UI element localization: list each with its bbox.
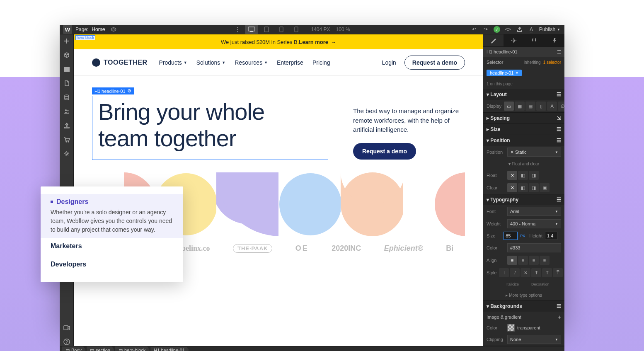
nav-enterprise[interactable]: Enterprise bbox=[277, 59, 303, 66]
clipping-select[interactable]: None▼ bbox=[507, 335, 561, 344]
popup-item-developers[interactable]: Developers bbox=[41, 257, 183, 275]
webflow-logo[interactable]: W bbox=[63, 25, 72, 34]
device-mobile-icon[interactable] bbox=[290, 25, 303, 34]
display-inline-block-icon[interactable]: ▯ bbox=[536, 102, 546, 111]
clear-right-icon[interactable]: ◨ bbox=[529, 183, 539, 192]
popup-item-marketers[interactable]: Marketers bbox=[41, 238, 183, 257]
code-icon[interactable]: <> bbox=[504, 26, 512, 33]
settings-icon[interactable] bbox=[63, 150, 71, 158]
announce-link[interactable]: Learn more bbox=[299, 39, 328, 45]
popup-desc: Whether you're a solo designer or an age… bbox=[51, 208, 173, 234]
align-justify-icon[interactable]: ≡ bbox=[540, 256, 550, 265]
clear-both-icon[interactable]: ▣ bbox=[540, 183, 550, 192]
page-name[interactable]: Home bbox=[92, 27, 105, 32]
users-icon[interactable] bbox=[63, 107, 71, 116]
video-icon[interactable] bbox=[63, 324, 71, 332]
section-backgrounds[interactable]: ▾ Backgrounds☰ bbox=[483, 301, 564, 312]
login-link[interactable]: Login bbox=[382, 59, 396, 66]
display-grid-icon[interactable]: ▤ bbox=[525, 102, 535, 111]
device-tablet-icon[interactable] bbox=[260, 25, 273, 34]
bg-color-swatch[interactable] bbox=[507, 324, 515, 332]
style-italic-icon[interactable]: I bbox=[510, 268, 520, 277]
request-demo-button[interactable]: Request a demo bbox=[404, 56, 465, 70]
more-icon[interactable] bbox=[237, 27, 238, 32]
section-size[interactable]: ▸ Size☰ bbox=[483, 124, 564, 135]
selector-chip[interactable]: headline-01▼ bbox=[487, 70, 522, 76]
panel-tab-settings[interactable] bbox=[504, 34, 524, 46]
font-select[interactable]: Arial▼ bbox=[507, 207, 561, 216]
decoration-none-icon[interactable]: ✕ bbox=[521, 268, 530, 277]
float-left-icon[interactable]: ◧ bbox=[518, 171, 528, 180]
float-clear-toggle[interactable]: ▾ Float and clear bbox=[508, 162, 539, 166]
inherit-count[interactable]: 1 selector bbox=[543, 60, 561, 65]
display-flex-icon[interactable]: ▦ bbox=[515, 102, 525, 111]
collapse-icon[interactable]: ☰ bbox=[557, 49, 561, 55]
decoration-strike-icon[interactable]: T bbox=[531, 268, 541, 277]
text-color-input[interactable]: #333 bbox=[507, 243, 561, 252]
nav-resources[interactable]: Resources▼ bbox=[235, 59, 268, 66]
display-block-icon[interactable]: ▭ bbox=[504, 102, 514, 111]
section-spacing[interactable]: ▸ Spacing⇲ bbox=[483, 113, 564, 123]
add-image-icon[interactable]: + bbox=[558, 314, 561, 320]
section-typography[interactable]: ▾ Typography☰ bbox=[483, 194, 564, 205]
site-nav: TOOGETHER Products▼ Solutions▼ Resources… bbox=[74, 49, 483, 76]
preview-icon[interactable] bbox=[111, 27, 116, 32]
clear-left-icon[interactable]: ◧ bbox=[518, 183, 528, 192]
float-none-icon[interactable]: ✕ bbox=[507, 171, 517, 180]
help-icon[interactable]: ? bbox=[63, 338, 71, 346]
align-right-icon[interactable]: ≡ bbox=[529, 256, 539, 265]
float-right-icon[interactable]: ◨ bbox=[529, 171, 539, 180]
font-size-unit[interactable]: PX bbox=[520, 234, 525, 238]
nav-pricing[interactable]: Pricing bbox=[312, 59, 330, 66]
line-height-input[interactable] bbox=[545, 232, 557, 240]
panel-tab-style[interactable] bbox=[483, 34, 504, 46]
ecommerce-icon[interactable] bbox=[63, 136, 71, 144]
nav-products[interactable]: Products▼ bbox=[159, 59, 187, 66]
text-color-label: Color bbox=[487, 245, 505, 250]
navigator-icon[interactable] bbox=[63, 65, 71, 73]
cms-icon[interactable] bbox=[63, 93, 71, 102]
weight-select[interactable]: 400 - Normal▼ bbox=[507, 219, 561, 228]
assets-icon[interactable] bbox=[63, 121, 71, 130]
cube-icon[interactable] bbox=[63, 51, 71, 59]
breadcrumb-body[interactable]: ▭ Body bbox=[62, 346, 86, 351]
panel-tab-effects[interactable] bbox=[544, 34, 564, 46]
decoration-overline-icon[interactable]: T̅ bbox=[553, 268, 563, 277]
bg-color-value[interactable]: transparent bbox=[517, 325, 561, 330]
decoration-underline-icon[interactable]: T bbox=[542, 268, 552, 277]
pages-icon[interactable] bbox=[63, 79, 71, 87]
popup-item-designers[interactable]: Designers Whether you're a solo designer… bbox=[41, 194, 183, 238]
svg-point-21 bbox=[279, 173, 341, 235]
section-position[interactable]: ▾ Position☰ bbox=[483, 135, 564, 146]
status-check-icon[interactable]: ✓ bbox=[494, 26, 500, 33]
style-regular-icon[interactable]: I bbox=[499, 268, 509, 277]
add-icon[interactable] bbox=[63, 37, 71, 45]
section-layout[interactable]: ▾ Layout☰ bbox=[483, 89, 564, 100]
redo-icon[interactable]: ↷ bbox=[482, 26, 489, 33]
publish-button[interactable]: Publish▼ bbox=[539, 27, 560, 32]
svg-text:?: ? bbox=[65, 340, 68, 344]
audit-icon[interactable]: A̲ bbox=[528, 26, 535, 33]
display-inline-icon[interactable]: A bbox=[547, 102, 557, 111]
clear-none-icon[interactable]: ✕ bbox=[507, 183, 517, 192]
breadcrumb-section[interactable]: ▭ section bbox=[87, 346, 114, 351]
hero-cta-button[interactable]: Request a demo bbox=[353, 143, 416, 160]
font-size-input[interactable] bbox=[504, 232, 518, 240]
undo-icon[interactable]: ↶ bbox=[470, 26, 478, 33]
align-left-icon[interactable]: ≡ bbox=[507, 256, 517, 265]
position-select[interactable]: ✕ Static▼ bbox=[507, 148, 561, 157]
device-desktop-icon[interactable] bbox=[245, 25, 258, 34]
brand[interactable]: TOOGETHER bbox=[92, 58, 148, 67]
headline-selection[interactable]: H1 headline-01 ⚙ Bring your whole team t… bbox=[92, 96, 328, 160]
panel-tab-interactions[interactable] bbox=[524, 34, 544, 46]
more-type-options[interactable]: ▸ More type options bbox=[506, 293, 542, 298]
breadcrumb-hero-block[interactable]: ▭ hero-block bbox=[115, 346, 150, 351]
device-tablet-small-icon[interactable] bbox=[275, 25, 288, 34]
align-center-icon[interactable]: ≡ bbox=[518, 256, 528, 265]
nav-solutions[interactable]: Solutions▼ bbox=[196, 59, 226, 66]
breadcrumb-headline[interactable]: H1 headline-01 bbox=[150, 347, 189, 351]
export-icon[interactable] bbox=[516, 26, 523, 33]
svg-rect-7 bbox=[64, 41, 69, 41]
display-none-icon[interactable]: ∅ bbox=[558, 102, 564, 111]
gear-icon[interactable]: ⚙ bbox=[127, 88, 131, 94]
